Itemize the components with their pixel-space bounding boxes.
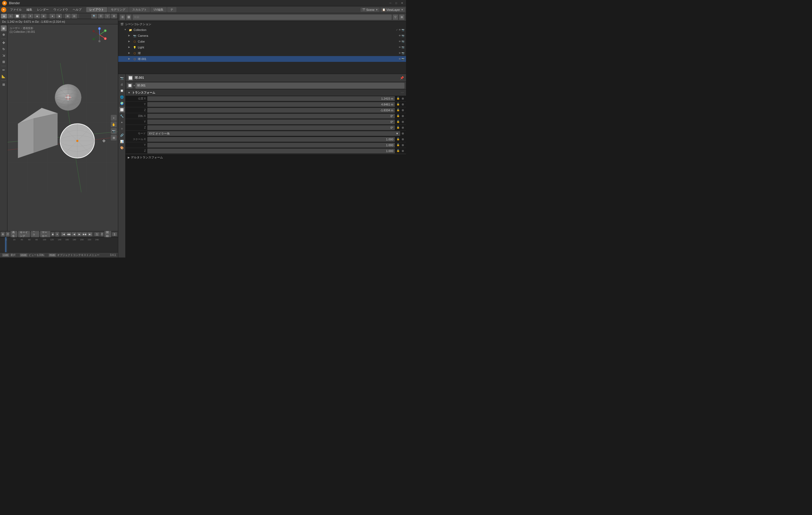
keyframe-btn[interactable]: ◆ <box>51 232 55 236</box>
outliner-search[interactable] <box>133 14 392 20</box>
grid-btn[interactable]: ⊞ <box>111 135 117 141</box>
menu-file[interactable]: ファイル <box>8 7 24 12</box>
menu-window[interactable]: ウィンドウ <box>51 7 70 12</box>
add-obj-tool[interactable]: ⊞ <box>1 82 7 88</box>
timeline-icon[interactable]: ⏱ <box>6 232 9 237</box>
scale-y-lock[interactable]: 🔓 <box>397 143 400 147</box>
ol-collection[interactable]: ▼ 📁 Collection ✓ 👁 📷 <box>118 27 406 33</box>
ol-scene-collection[interactable]: 🎬 シーンコレクション <box>118 21 406 27</box>
pos-x-lock[interactable]: 🔓 <box>397 97 400 100</box>
tab-sculpt[interactable]: スカルプト <box>129 7 150 12</box>
tool4[interactable]: ◎ <box>21 14 27 19</box>
cam-vis-cam[interactable]: 📷 <box>402 34 404 37</box>
rot-z-field[interactable]: 0° <box>147 125 395 130</box>
camera-btn[interactable]: 📷 <box>111 128 117 134</box>
rot-z-keyframe[interactable] <box>402 127 404 129</box>
pos-z-keyframe[interactable] <box>402 109 404 111</box>
overlay[interactable]: ⊞ <box>65 14 70 19</box>
outliner-mode-icon[interactable]: ☰ <box>120 14 125 20</box>
outliner-filter[interactable]: ▽ <box>393 14 398 20</box>
xray[interactable]: ⊟ <box>71 14 77 19</box>
tab-extra[interactable]: テ <box>167 7 176 12</box>
props-render-tab[interactable]: 📷 <box>119 75 125 81</box>
something[interactable]: ▾ <box>55 232 59 237</box>
mode-dropdown[interactable]: XYZ オイラー角 ▼ <box>147 131 400 136</box>
cam-vis-eye[interactable]: 👁 <box>399 34 401 37</box>
props-constraints-tab[interactable]: 🔗 <box>119 132 125 138</box>
cursor-tool[interactable]: ⊕ <box>1 32 7 37</box>
annotate-tool[interactable]: ✏ <box>1 67 7 73</box>
cube-vis-eye[interactable]: 👁 <box>399 40 401 43</box>
pan-btn[interactable]: ✋ <box>111 122 117 127</box>
light-vis-eye[interactable]: 👁 <box>399 46 401 49</box>
rot-y-keyframe[interactable] <box>402 121 404 123</box>
tab-layout[interactable]: レイアウト <box>86 7 107 12</box>
props-scene-tab[interactable]: 🌐 <box>119 94 125 100</box>
tool6[interactable]: ◈ <box>34 14 40 19</box>
prev-keyframe-btn[interactable]: ◀◆ <box>66 232 71 236</box>
outliner-type-icon[interactable]: 🖼 <box>126 14 132 20</box>
maximize-button[interactable]: □ <box>394 1 398 5</box>
next-frame-btn[interactable]: ▶◆ <box>82 232 87 236</box>
props-material-tab[interactable]: 🎨 <box>119 145 125 151</box>
move-tool[interactable]: ✜ <box>1 40 7 46</box>
keying-dropdown[interactable]: キーイング <box>18 230 30 238</box>
collection-expand[interactable]: ▼ <box>124 28 127 31</box>
pin-icon[interactable]: 📌 <box>400 76 404 80</box>
scene-selector[interactable]: 🎬 Scene ▼ <box>360 8 380 12</box>
scale-z-lock[interactable]: 🔓 <box>397 149 400 153</box>
props-particles-tab[interactable]: ✦ <box>119 120 125 125</box>
timeline-track[interactable]: 1 20 40 60 80 100 120 140 160 180 200 22… <box>0 237 118 252</box>
scale-x-keyframe[interactable] <box>402 138 404 141</box>
light-vis-cam[interactable]: 📷 <box>402 46 404 49</box>
pos-z-lock[interactable]: 🔓 <box>397 109 400 112</box>
rot-z-lock[interactable]: 🔓 <box>397 126 400 129</box>
transform-tool[interactable]: ⊞ <box>1 59 7 65</box>
play-btn[interactable]: ▶ <box>77 232 82 236</box>
ball001-vis-eye[interactable]: 👁 <box>399 58 401 60</box>
cursor-tool[interactable]: ⊙ <box>8 14 13 19</box>
cube-expand[interactable]: ▶ <box>128 40 132 43</box>
rotate-tool[interactable]: ↻ <box>1 46 7 52</box>
filter[interactable]: ▽ <box>105 14 110 19</box>
scale-z-field[interactable]: 1.000 <box>147 149 395 153</box>
ball-expand[interactable]: ▶ <box>128 52 132 55</box>
rot-y-lock[interactable]: 🔓 <box>397 120 400 124</box>
ball-vis-eye[interactable]: 👁 <box>399 52 401 55</box>
tool3[interactable]: ⬜ <box>14 14 20 19</box>
minimize-button[interactable]: ─ <box>388 1 392 5</box>
scale-z-keyframe[interactable] <box>402 150 404 152</box>
ol-ball[interactable]: ▶ ⬡ 球 👁 📷 <box>118 50 406 56</box>
pos-z-field[interactable]: -1.8334 m <box>147 108 395 113</box>
outliner-settings[interactable]: ⊞ <box>399 14 404 20</box>
ball001-vis-cam[interactable]: 📷 <box>402 58 404 60</box>
tool5[interactable]: ✦ <box>28 14 33 19</box>
marker-dropdown[interactable]: マーカー <box>40 230 50 238</box>
ol-light[interactable]: ▶ 💡 Light 👁 📷 <box>118 44 406 50</box>
tab-modeling[interactable]: モデリング <box>108 7 128 12</box>
light-expand[interactable]: ▶ <box>128 46 132 49</box>
scale-y-keyframe[interactable] <box>402 144 404 146</box>
rot-y-field[interactable]: 0° <box>147 120 395 124</box>
prev-frame-btn[interactable]: ◀ <box>72 232 77 236</box>
list-view[interactable]: ☰ <box>98 14 104 19</box>
props-modifier-tab[interactable]: 🔧 <box>119 113 125 119</box>
search-tool[interactable]: 🔍 <box>91 14 97 19</box>
viewport-gizmo[interactable]: Z Y X <box>91 27 107 43</box>
collection-vis-eye[interactable]: 👁 <box>399 29 401 31</box>
camera-expand[interactable]: ▶ <box>128 34 132 37</box>
mode-keyframe[interactable] <box>402 132 404 134</box>
material-preview[interactable]: ◑ <box>56 14 62 19</box>
current-frame[interactable]: 1 <box>94 232 99 236</box>
menu-edit[interactable]: 編集 <box>24 7 34 12</box>
settings[interactable]: ⚙ <box>111 14 117 19</box>
props-object-tab[interactable]: ⬜ <box>119 107 125 113</box>
scale-x-lock[interactable]: 🔓 <box>397 138 400 141</box>
pos-y-lock[interactable]: 🔓 <box>397 102 400 106</box>
collection-checkbox[interactable]: ✓ <box>396 29 398 31</box>
play-dropdown[interactable]: 再生 <box>10 230 17 238</box>
menu-render[interactable]: レンダー <box>35 7 51 12</box>
props-physics-tab[interactable]: ⚛ <box>119 126 125 132</box>
tab-uv[interactable]: UV編集 <box>150 7 167 12</box>
ball-vis-cam[interactable]: 📷 <box>402 52 404 55</box>
